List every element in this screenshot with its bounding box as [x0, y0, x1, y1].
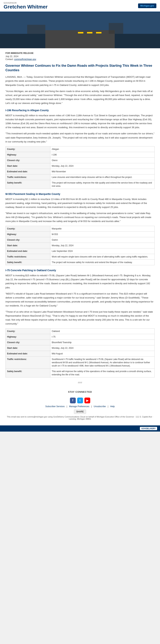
youtube-icon[interactable]: ▶ — [84, 398, 90, 403]
estimated-end-value: Mid-August — [50, 351, 154, 356]
contact-info: Contact: comms@michigan.gov — [6, 58, 154, 60]
highway-label: Highway: — [6, 334, 50, 340]
section2-header: M-553 Pavement Sealing in Marquette Coun… — [6, 192, 154, 196]
traffic-value: Southbound I-75 traffic heading for west… — [50, 356, 154, 369]
section1-quote: "This investment will provide much-neede… — [6, 132, 154, 144]
contact-email[interactable]: comms@michigan.gov — [14, 58, 36, 60]
table-row: County: Oakland — [6, 328, 154, 334]
table-row: Closest city: Gwinn — [6, 237, 154, 243]
section3-quote2: "Those of us who drive on Square Lake Ro… — [6, 310, 154, 326]
section1-body: MDOT is investing $3 million to resurfac… — [6, 114, 154, 130]
table-row: Safety benefit: This work will improve t… — [6, 369, 154, 378]
county-label: County: — [6, 226, 50, 232]
table-row: Start date: Monday, July 22, 2024 — [6, 345, 154, 351]
release-date: July 22, 2024 — [6, 55, 154, 58]
location-paragraph: LANSING, Mich. — Today, Governor Gretche… — [6, 75, 154, 87]
press-title: Governor Whitmer Continues to Fix the Da… — [6, 64, 154, 72]
table-row: Estimated end date: Mid-November — [6, 169, 154, 174]
table-row: Highway: M-553 — [6, 232, 154, 237]
governor-label: Governor — [4, 2, 48, 4]
closest-city-value: Gwinn — [50, 237, 154, 243]
section3-body: MDOT is investing $15 million to rebuild… — [6, 274, 154, 290]
safety-value: This work will improve the safety of the… — [50, 369, 154, 378]
table-row: Traffic restrictions: Lane closures and … — [6, 174, 154, 180]
table-row: Highway: I-196 — [6, 152, 154, 158]
footer-divider: ### — [6, 381, 154, 384]
highway-value: I-75 — [50, 334, 154, 340]
start-date-label: Start date: — [6, 243, 50, 248]
closest-city-label: Closest city: — [6, 340, 50, 345]
twitter-label: t — [80, 399, 80, 402]
county-label: County: — [6, 146, 50, 152]
svg-rect-3 — [78, 32, 83, 34]
highway-value: M-553 — [50, 232, 154, 237]
traffic-label: Traffic restrictions: — [6, 174, 50, 180]
estimated-end-label: Estimated end date: — [6, 351, 50, 356]
section3-table: County: Oakland Highway: I-75 Closest ci… — [6, 328, 154, 378]
section2-quote: "When we invest in our region's infrastr… — [6, 211, 154, 223]
table-row: Estimated end date: Mid-August — [6, 351, 154, 356]
page-header: Governor Gretchen Whitmer Michigan.gov — [0, 0, 160, 12]
svg-rect-6 — [109, 23, 123, 34]
start-date-label: Start date: — [6, 163, 50, 169]
governor-name: Gretchen Whitmer — [4, 4, 48, 10]
table-row: Safety benefit: The project will increas… — [6, 260, 154, 265]
estimated-end-value: Late September 2024 — [50, 248, 154, 254]
table-row: Start date: Monday, July 22, 2024 — [6, 243, 154, 248]
share-button[interactable]: SHARE — [74, 410, 86, 414]
traffic-label: Traffic restrictions: — [6, 254, 50, 260]
table-row: Highway: I-75 — [6, 334, 154, 340]
for-immediate-release: FOR IMMEDIATE RELEASE — [6, 52, 154, 54]
closest-city-label: Closest city: — [6, 158, 50, 163]
svg-rect-5 — [96, 32, 101, 34]
facebook-icon[interactable]: f — [70, 398, 76, 403]
traffic-value: Lane closures and intermittent ramp clos… — [50, 174, 154, 180]
section3-header: I-75 Concrete Patching in Oakland County — [6, 269, 154, 272]
section1-header: I-196 Resurfacing in Allegan County — [6, 109, 154, 112]
michigan-gov-badge: Michigan.gov — [138, 4, 156, 8]
governor-quote: "Across Michigan, we are moving dirt and… — [6, 89, 154, 105]
safety-label: Safety benefit: — [6, 369, 50, 378]
bottom-bar: GOVDELIVERY — [0, 426, 160, 432]
manage-preferences-link[interactable]: Manage Preferences — [69, 405, 89, 408]
svg-rect-4 — [87, 32, 92, 34]
start-date-value: Monday, July 22, 2024 — [50, 243, 154, 248]
table-row: Traffic restrictions: Southbound I-75 tr… — [6, 356, 154, 369]
start-date-value: Monday, July 22, 2024 — [50, 345, 154, 351]
hero-image — [0, 12, 160, 48]
section1-table: County: Allegan Highway: I-196 Closest c… — [6, 146, 154, 189]
header-right: Michigan.gov — [138, 4, 156, 8]
michigan-text: Michigan — [140, 4, 150, 7]
footer-bottom-text: This email was sent to comms@michigan.go… — [6, 416, 154, 420]
safety-value: This project will increase safety, impro… — [50, 180, 154, 189]
safety-label: Safety benefit: — [6, 180, 50, 189]
unsubscribe-link[interactable]: Unsubscribe — [94, 405, 106, 408]
table-row: Estimated end date: Late September 2024 — [6, 248, 154, 254]
gov-suffix: .gov — [150, 4, 154, 7]
county-value: Allegan — [50, 146, 154, 152]
govdelivery-logo: GOVDELIVERY — [140, 427, 157, 430]
footer-links: Subscriber Services | Manage Preferences… — [6, 405, 154, 408]
traffic-label: Traffic restrictions: — [6, 356, 50, 369]
county-value: Oakland — [50, 328, 154, 334]
table-row: Closest city: Glenn — [6, 158, 154, 163]
twitter-icon[interactable]: t — [77, 398, 83, 403]
table-row: County: Allegan — [6, 146, 154, 152]
table-row: Closest city: Bloomfield Township — [6, 340, 154, 345]
start-date-value: Monday, July 22, 2024 — [50, 163, 154, 169]
section2-table: County: Marquette Highway: M-553 Closest… — [6, 226, 154, 265]
highway-label: Highway: — [6, 152, 50, 158]
county-label: County: — [6, 328, 50, 334]
youtube-label: ▶ — [86, 399, 88, 402]
help-link[interactable]: Help — [110, 405, 115, 408]
traffic-value: Work will require single-lane closures w… — [50, 254, 154, 260]
subscriber-services-link[interactable]: Subscriber Services — [45, 405, 65, 408]
svg-rect-7 — [27, 25, 45, 34]
social-icons: f t ▶ — [6, 398, 154, 403]
share-button-area: SHARE — [6, 410, 154, 414]
start-date-label: Start date: — [6, 345, 50, 351]
estimated-end-value: Mid-November — [50, 169, 154, 174]
table-row: Safety benefit: This project will increa… — [6, 180, 154, 189]
table-row: Traffic restrictions: Work will require … — [6, 254, 154, 260]
table-row: County: Marquette — [6, 226, 154, 232]
